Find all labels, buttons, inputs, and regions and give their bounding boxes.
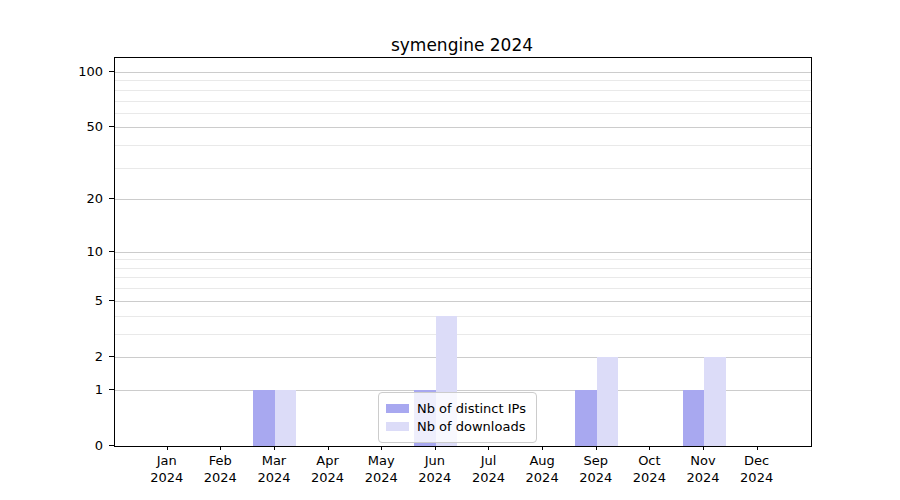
bar-mar-distinct-ips [253, 390, 275, 446]
x-tick-mark [703, 446, 704, 450]
gridline-minor [115, 101, 811, 102]
legend: Nb of distinct IPs Nb of downloads [378, 392, 537, 443]
y-tick-mark [109, 126, 114, 127]
y-tick-mark [109, 71, 114, 72]
gridline-minor [115, 168, 811, 169]
gridline-minor [115, 268, 811, 269]
plot-area [114, 57, 812, 447]
legend-swatch-downloads-icon [386, 422, 409, 431]
x-tick-mark [167, 446, 168, 450]
y-tick-mark [109, 300, 114, 301]
x-tick-mark [488, 446, 489, 450]
gridline-minor [115, 259, 811, 260]
gridline-major [115, 199, 811, 200]
y-tick-label: 10 [63, 243, 103, 258]
y-tick-mark [109, 356, 114, 357]
x-tick-label: Dec2024 [722, 452, 792, 486]
bar-sep-downloads [597, 357, 619, 446]
y-tick-label: 100 [63, 63, 103, 78]
legend-item-downloads: Nb of downloads [386, 418, 526, 435]
x-tick-mark [274, 446, 275, 450]
y-tick-label: 1 [63, 381, 103, 396]
y-tick-mark [109, 251, 114, 252]
y-tick-mark [109, 389, 114, 390]
y-tick-mark [109, 198, 114, 199]
gridline-minor [115, 80, 811, 81]
bar-mar-downloads [275, 390, 297, 446]
y-tick-label: 5 [63, 292, 103, 307]
x-tick-mark [435, 446, 436, 450]
x-tick-mark [328, 446, 329, 450]
gridline-minor [115, 90, 811, 91]
gridline-major [115, 127, 811, 128]
chart-figure: symengine 2024 0125102050100 Jan2024Feb2… [0, 0, 900, 500]
gridline-minor [115, 288, 811, 289]
y-tick-label: 20 [63, 191, 103, 206]
gridline-minor [115, 113, 811, 114]
x-tick-mark [649, 446, 650, 450]
gridline-minor [115, 277, 811, 278]
gridline-major [115, 301, 811, 302]
bar-sep-distinct-ips [575, 390, 597, 446]
gridline-minor [115, 334, 811, 335]
legend-label-distinct-ips: Nb of distinct IPs [417, 401, 526, 416]
x-tick-mark [381, 446, 382, 450]
bar-nov-downloads [704, 357, 726, 446]
x-tick-mark [220, 446, 221, 450]
gridline-minor [115, 316, 811, 317]
y-tick-label: 2 [63, 348, 103, 363]
x-tick-mark [542, 446, 543, 450]
legend-swatch-distinct-ips-icon [386, 404, 409, 413]
chart-title: symengine 2024 [114, 35, 810, 55]
bar-nov-distinct-ips [683, 390, 705, 446]
legend-item-distinct-ips: Nb of distinct IPs [386, 400, 526, 417]
gridline-major [115, 72, 811, 73]
gridline-minor [115, 145, 811, 146]
gridline-major [115, 252, 811, 253]
x-tick-mark [757, 446, 758, 450]
legend-label-downloads: Nb of downloads [417, 419, 525, 434]
y-tick-mark [109, 445, 114, 446]
y-tick-label: 0 [63, 438, 103, 453]
y-tick-label: 50 [63, 119, 103, 134]
x-tick-mark [596, 446, 597, 450]
